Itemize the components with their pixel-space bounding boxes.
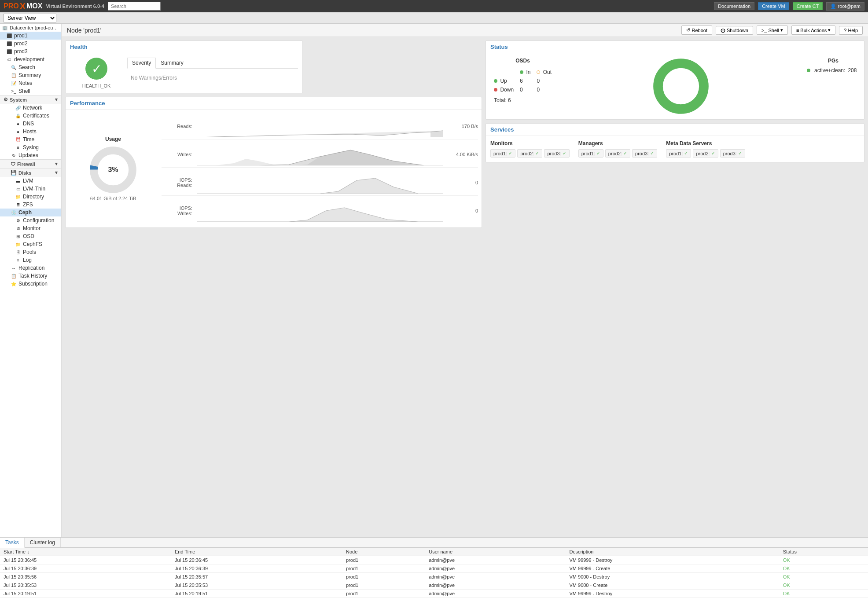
col-starttime[interactable]: Start Time ↓ <box>0 548 171 556</box>
col-node[interactable]: Node <box>342 548 425 556</box>
usage-title: Usage <box>105 136 121 142</box>
manager-prod2: prod2:✓ <box>605 149 630 158</box>
help-button[interactable]: ? Help <box>839 26 863 35</box>
user-icon: 👤 <box>830 4 836 9</box>
search-input[interactable] <box>108 2 161 11</box>
reboot-button[interactable]: ↺ Reboot <box>681 26 712 35</box>
shell-icon: >_ <box>11 88 17 94</box>
col-username[interactable]: User name <box>425 548 566 556</box>
sidebar-item-lvmthin[interactable]: ▭ LVM-Thin <box>0 185 61 193</box>
cell-status: OK <box>780 590 868 598</box>
check-icon: ✓ <box>738 150 742 156</box>
user-button[interactable]: 👤 root@pam <box>826 2 864 11</box>
subscription-icon: ⭐ <box>11 281 17 287</box>
sidebar-section-firewall[interactable]: 🛡 Firewall ▾ <box>0 159 61 168</box>
col-status[interactable]: Status <box>780 548 868 556</box>
sidebar-item-configuration[interactable]: ⚙ Configuration <box>0 216 61 224</box>
col-description[interactable]: Description <box>566 548 779 556</box>
shell-dropdown-icon: ▾ <box>780 27 783 33</box>
tab-severity[interactable]: Severity <box>127 58 156 69</box>
services-panel: Services Monitors prod1:✓ prod2:✓ prod3:… <box>485 123 864 162</box>
sidebar-item-notes[interactable]: 📝 Notes <box>0 79 61 87</box>
sidebar-item-search[interactable]: 🔍 Search <box>0 63 61 71</box>
sidebar-item-prod2[interactable]: ⬛ prod2 <box>0 40 61 48</box>
sidebar-item-certificates[interactable]: 🔒 Certificates <box>0 112 61 120</box>
writes-chart <box>197 143 443 165</box>
sidebar-item-zfs[interactable]: ≣ ZFS <box>0 201 61 209</box>
sidebar-item-time[interactable]: ⏰ Time <box>0 136 61 143</box>
table-row[interactable]: Jul 15 20:35:53 Jul 15 20:35:53 prod1 ad… <box>0 581 868 590</box>
sidebar-item-development[interactable]: 🏷 development <box>0 55 61 63</box>
sidebar-item-syslog[interactable]: ≡ Syslog <box>0 143 61 151</box>
sidebar-item-subscription[interactable]: ⭐ Subscription <box>0 280 61 288</box>
sidebar-item-prod1[interactable]: ⬛ prod1 <box>0 32 61 40</box>
svg-marker-5 <box>197 208 443 222</box>
logo: PROXMOX Virtual Environment 6.0-4 <box>4 1 104 11</box>
managers-badges: prod1:✓ prod2:✓ prod3:✓ <box>578 149 658 158</box>
sidebar-section-disks[interactable]: 💾 Disks ▾ <box>0 168 61 177</box>
sidebar-item-shell[interactable]: >_ Shell <box>0 87 61 95</box>
tab-tasks[interactable]: Tasks <box>0 538 25 548</box>
sidebar-item-ceph[interactable]: 💿 Ceph <box>0 209 61 216</box>
logo-version: Virtual Environment 6.0-4 <box>46 4 104 9</box>
monitors-title: Monitors <box>490 140 570 147</box>
sidebar-item-lvm[interactable]: ▬ LVM <box>0 177 61 185</box>
monitor-prod3: prod3:✓ <box>544 149 569 158</box>
sidebar-item-osd[interactable]: ⊞ OSD <box>0 232 61 240</box>
down-dot <box>494 88 497 92</box>
sidebar-item-directory[interactable]: 📁 Directory <box>0 193 61 201</box>
perf-row-iops-reads: IOPS: Reads: 0 <box>162 169 478 196</box>
syslog-icon: ≡ <box>15 144 21 150</box>
svg-marker-3 <box>197 150 443 165</box>
bulkactions-dropdown-icon: ▾ <box>828 27 831 33</box>
sidebar-item-datacenter[interactable]: 🏢 Datacenter (prod-eu-central) <box>0 24 61 32</box>
bulk-actions-button[interactable]: ≡ Bulk Actions ▾ <box>791 26 835 35</box>
health-status-label: HEALTH_OK <box>82 83 111 88</box>
iops-writes-chart <box>197 200 443 222</box>
tab-summary[interactable]: Summary <box>156 58 188 68</box>
tab-cluster-log[interactable]: Cluster log <box>25 538 61 547</box>
pg-active-entry: active+clean: 208 <box>807 67 860 73</box>
check-icon: ✓ <box>596 150 600 156</box>
logo-x: X <box>20 1 26 11</box>
col-endtime[interactable]: End Time <box>171 548 342 556</box>
table-row[interactable]: Jul 15 20:36:45 Jul 15 20:36:45 prod1 ad… <box>0 556 868 564</box>
iops-writes-label: IOPS: Writes: <box>162 205 197 216</box>
tasks-body: Jul 15 20:36:45 Jul 15 20:36:45 prod1 ad… <box>0 556 868 598</box>
monitor-prod1: prod1:✓ <box>490 149 515 158</box>
table-row[interactable]: Jul 15 20:19:51 Jul 15 20:19:51 prod1 ad… <box>0 590 868 598</box>
sidebar-item-taskhistory[interactable]: 📋 Task History <box>0 272 61 280</box>
documentation-button[interactable]: Documentation <box>714 2 754 10</box>
sidebar-item-hosts[interactable]: ● Hosts <box>0 128 61 136</box>
cell-node: prod1 <box>342 590 425 598</box>
cell-desc: VM 9000 - Create <box>566 581 779 590</box>
sidebar-item-dns[interactable]: ● DNS <box>0 120 61 128</box>
pgs-title: PGs <box>807 58 860 64</box>
cell-user: admin@pve <box>425 556 566 564</box>
services-panel-header: Services <box>486 124 864 136</box>
create-ct-button[interactable]: Create CT <box>793 2 823 10</box>
cell-status: OK <box>780 564 868 573</box>
sidebar-item-pools[interactable]: 🗄 Pools <box>0 248 61 256</box>
table-row[interactable]: Jul 15 20:36:39 Jul 15 20:36:39 prod1 ad… <box>0 564 868 573</box>
monitor-icon: 🖥 <box>15 225 21 231</box>
content-panels: Health ✓ HEALTH_OK Severity Summary No W… <box>62 37 868 537</box>
check-icon: ✓ <box>563 150 566 156</box>
shutdown-button[interactable]: ⏻ Shutdown <box>716 26 753 35</box>
table-row[interactable]: Jul 15 20:35:56 Jul 15 20:35:57 prod1 ad… <box>0 573 868 581</box>
sidebar-item-prod3[interactable]: ⬛ prod3 <box>0 48 61 55</box>
serverview-select[interactable]: Server View Folder View Tag View <box>4 14 56 22</box>
manager-prod1: prod1:✓ <box>578 149 603 158</box>
sidebar-item-updates[interactable]: ↻ Updates <box>0 151 61 159</box>
sidebar-item-monitor[interactable]: 🖥 Monitor <box>0 224 61 232</box>
shell-button[interactable]: >_ Shell ▾ <box>757 26 788 35</box>
summary-icon: 📋 <box>11 72 17 78</box>
sidebar-item-network[interactable]: 🔗 Network <box>0 104 61 112</box>
sidebar-item-cephfs[interactable]: 📁 CephFS <box>0 240 61 248</box>
sidebar-section-system[interactable]: ⚙ System ▾ <box>0 95 61 104</box>
sidebar-item-replication[interactable]: ↔ Replication <box>0 264 61 272</box>
create-vm-button[interactable]: Create VM <box>758 2 789 10</box>
sidebar-item-summary[interactable]: 📋 Summary <box>0 71 61 79</box>
sidebar-item-log[interactable]: ≡ Log <box>0 256 61 264</box>
search-icon: 🔍 <box>11 64 17 70</box>
